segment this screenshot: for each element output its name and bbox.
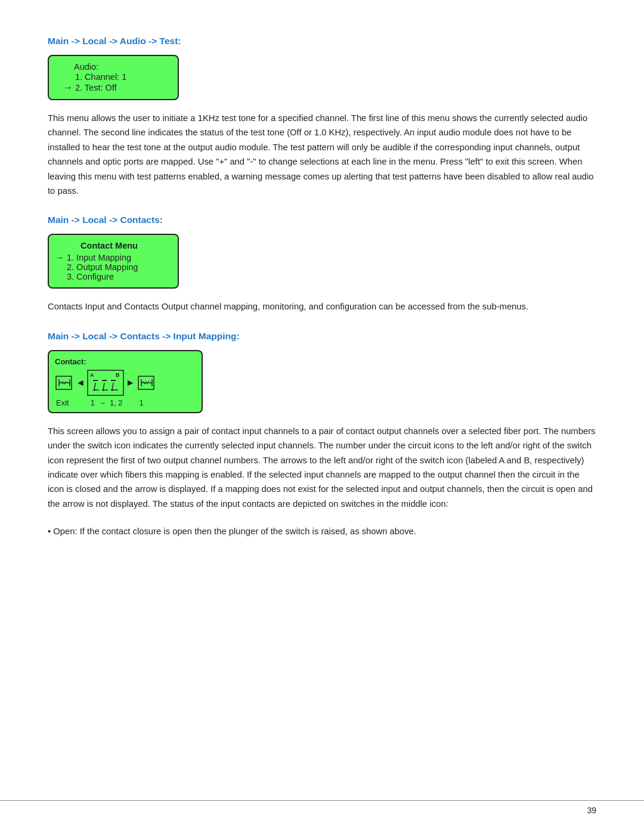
footer-channels: 1, 2	[110, 398, 123, 407]
audio-item1-arrow	[63, 72, 74, 82]
footer-num1: 1	[91, 398, 95, 407]
input-mapping-heading: Main -> Local -> Contacts -> Input Mappi…	[48, 331, 596, 342]
input-map-diagram-box: Contact: ◄ A B	[48, 350, 203, 413]
svg-text:A: A	[90, 372, 94, 378]
audio-menu-item-1: 1. Channel: 1	[61, 72, 166, 82]
contact-menu-title: Contact Menu	[55, 241, 163, 250]
page-number: 39	[587, 806, 596, 815]
contact-item3-spacer	[55, 272, 67, 281]
audio-menu-title: Audio:	[61, 62, 166, 72]
contacts-body: Contacts Input and Contacts Output chann…	[48, 299, 596, 314]
audio-test-body: This menu allows the user to initiate a …	[48, 111, 596, 198]
contacts-section: Main -> Local -> Contacts: Contact Menu …	[48, 215, 596, 314]
audio-item1-label: 1. Channel: 1	[74, 72, 126, 82]
contact-menu-item-1: → 1. Input Mapping	[55, 252, 163, 262]
audio-item2-label: 2. Test: Off	[74, 83, 117, 92]
contact-menu-box: Contact Menu → 1. Input Mapping 2. Outpu…	[48, 234, 179, 289]
audio-test-section: Main -> Local -> Audio -> Test: Audio: 1…	[48, 36, 596, 198]
footer-arrow: →	[98, 398, 106, 407]
left-circuit-icon	[55, 374, 74, 391]
contact-menu-item-2: 2. Output Mapping	[55, 262, 163, 272]
footer-num2: 1	[140, 398, 144, 407]
audio-item2-arrow: →	[63, 82, 74, 93]
imap-diagram-row: ◄ A B	[55, 370, 193, 396]
input-mapping-section: Main -> Local -> Contacts -> Input Mappi…	[48, 331, 596, 539]
bullet-text: • Open: If the contact closure is open t…	[48, 524, 596, 538]
contact-item1-arrow: →	[55, 252, 67, 262]
audio-test-heading: Main -> Local -> Audio -> Test:	[48, 36, 596, 47]
contact-menu-item-3: 3. Configure	[55, 272, 163, 281]
contact-item3-label: 3. Configure	[67, 272, 114, 281]
right-arrow-b: ►	[126, 377, 135, 388]
contact-item1-label: 1. Input Mapping	[67, 253, 131, 262]
right-circuit-icon	[137, 374, 156, 391]
contact-label: Contact:	[55, 357, 193, 366]
left-arrow-a: ◄	[76, 377, 85, 388]
audio-menu-item-2: → 2. Test: Off	[61, 82, 166, 93]
input-mapping-body: This screen allows you to assign a pair …	[48, 424, 596, 511]
contact-item2-label: 2. Output Mapping	[67, 262, 138, 272]
audio-test-menu-box: Audio: 1. Channel: 1 → 2. Test: Off	[48, 55, 179, 100]
contacts-heading: Main -> Local -> Contacts:	[48, 215, 596, 225]
svg-text:B: B	[116, 372, 120, 378]
audio-title-text: Audio:	[74, 62, 98, 72]
exit-label: Exit	[56, 398, 69, 407]
switch-icon: A B	[87, 370, 124, 396]
contact-item2-spacer	[55, 262, 67, 272]
imap-footer: Exit 1 → 1, 2 1	[55, 398, 193, 407]
page-footer: 39	[0, 800, 644, 815]
